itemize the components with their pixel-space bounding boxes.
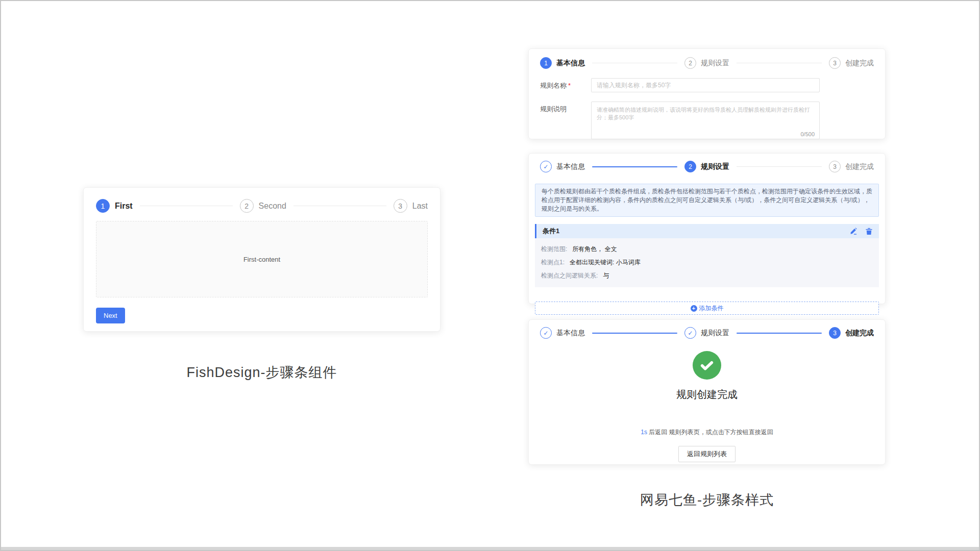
qiyu-rule-setting-card: ✓ 基本信息 2 规则设置 3 创建完成 每个质检规则都由若干个质检条件组成，质… (528, 153, 886, 304)
rule-notice-box: 每个质检规则都由若干个质检条件组成，质检条件包括检测范围与若干个质检点，检测范围… (535, 184, 879, 217)
required-mark: * (568, 82, 571, 89)
fish-stepper: 1 First 2 Second 3 Last (96, 199, 428, 213)
step-connector (592, 166, 677, 167)
edit-icon[interactable] (849, 228, 857, 235)
step-label: 基本信息 (556, 329, 585, 338)
fishdesign-caption: FishDesign-步骤条组件 (83, 363, 440, 382)
step-label: Last (412, 202, 428, 211)
step-check-circle: ✓ (540, 327, 552, 339)
step-label: 创建完成 (845, 329, 874, 338)
step-label: 规则设置 (701, 59, 729, 68)
step-number-circle: 3 (829, 161, 841, 172)
qiyu-basic-info-card: 1 基本信息 2 规则设置 3 创建完成 规则名称* 规则说明 (528, 48, 886, 139)
step-rule-setting[interactable]: 2 规则设置 (684, 161, 729, 172)
page: 1 First 2 Second 3 Last First-content Ne… (0, 0, 980, 551)
step-connector (140, 206, 233, 206)
qiyu-caption: 网易七鱼-步骤条样式 (528, 491, 886, 509)
step-basic-info[interactable]: ✓ 基本信息 (540, 161, 585, 172)
success-title: 规则创建完成 (540, 388, 874, 402)
detail-row-scope: 检测范围: 所有角色， 全文 (541, 242, 873, 256)
step-create-done[interactable]: 3 创建完成 (829, 57, 874, 69)
step-content-panel: First-content (96, 221, 428, 297)
step-first[interactable]: 1 First (96, 199, 133, 213)
step-second[interactable]: 2 Second (240, 199, 286, 213)
step-connector (737, 333, 822, 334)
step-number-circle: 3 (829, 57, 841, 69)
step-label: 基本信息 (556, 162, 585, 171)
detail-row-point: 检测点1: 全都出现关键词: 小马词库 (541, 256, 873, 269)
step-check-circle: ✓ (540, 161, 552, 172)
step-create-done[interactable]: 3 创建完成 (829, 161, 874, 172)
rule-desc-textarea[interactable] (591, 102, 820, 139)
step-connector (737, 166, 822, 167)
step-label: 创建完成 (845, 162, 874, 171)
step-number-circle: 1 (96, 199, 110, 213)
back-to-rule-list-button[interactable]: 返回规则列表 (678, 446, 736, 462)
rule-name-label: 规则名称* (540, 78, 591, 92)
rule-name-row: 规则名称* (540, 78, 874, 92)
step-number-circle: 3 (829, 327, 841, 339)
char-counter: 0/500 (800, 131, 815, 137)
qiyu-stepper-1: 1 基本信息 2 规则设置 3 创建完成 (540, 57, 874, 69)
step-connector (592, 333, 677, 334)
check-icon: ✓ (688, 330, 693, 337)
step-check-circle: ✓ (684, 327, 696, 339)
fishdesign-stepper-card: 1 First 2 Second 3 Last First-content Ne… (83, 187, 440, 332)
window-bottom-edge (0, 547, 980, 551)
add-condition-button[interactable]: + 添加条件 (535, 302, 879, 315)
step-rule-setting[interactable]: ✓ 规则设置 (684, 327, 729, 339)
check-icon: ✓ (543, 330, 548, 337)
next-button[interactable]: Next (96, 308, 125, 323)
step-label: 创建完成 (845, 59, 874, 68)
step-number-circle: 1 (540, 57, 552, 69)
condition-title: 条件1 (543, 227, 559, 236)
step-number-circle: 2 (684, 161, 696, 172)
success-check-icon (693, 351, 721, 380)
step-connector (592, 63, 677, 63)
rule-name-input[interactable] (591, 78, 820, 92)
qiyu-stepper-2: ✓ 基本信息 2 规则设置 3 创建完成 (535, 161, 879, 172)
countdown-seconds: 1s (641, 429, 647, 436)
rule-desc-row: 规则说明 0/500 (540, 102, 874, 141)
delete-icon[interactable] (865, 228, 873, 235)
step-rule-setting[interactable]: 2 规则设置 (684, 57, 729, 69)
step-last[interactable]: 3 Last (394, 199, 428, 213)
qiyu-create-done-card: ✓ 基本信息 ✓ 规则设置 3 创建完成 规则创建完成 1s 后返回 规则列表页… (528, 319, 886, 465)
qiyu-stepper-3: ✓ 基本信息 ✓ 规则设置 3 创建完成 (540, 327, 874, 339)
step-label: 规则设置 (701, 329, 729, 338)
step-connector (737, 63, 822, 63)
step-basic-info[interactable]: 1 基本信息 (540, 57, 585, 69)
rule-desc-label: 规则说明 (540, 102, 591, 141)
step-basic-info[interactable]: ✓ 基本信息 (540, 327, 585, 339)
add-condition-label: 添加条件 (699, 304, 724, 313)
step-content-text: First-content (243, 256, 280, 263)
step-label: 基本信息 (556, 59, 585, 68)
step-number-circle: 2 (684, 57, 696, 69)
countdown-text: 1s 后返回 规则列表页，或点击下方按钮直接返回 (540, 428, 874, 437)
step-label: 规则设置 (701, 162, 729, 171)
plus-icon: + (691, 305, 697, 312)
step-label: Second (259, 202, 286, 211)
detail-row-logic: 检测点之间逻辑关系: 与 (541, 269, 873, 282)
step-number-circle: 3 (394, 199, 407, 213)
check-icon: ✓ (543, 163, 548, 170)
step-connector (293, 206, 386, 206)
step-number-circle: 2 (240, 199, 254, 213)
condition-header: 条件1 (535, 224, 879, 238)
step-label: First (115, 202, 133, 211)
step-create-done[interactable]: 3 创建完成 (829, 327, 874, 339)
condition-detail: 检测范围: 所有角色， 全文 检测点1: 全都出现关键词: 小马词库 检测点之间… (535, 238, 879, 287)
